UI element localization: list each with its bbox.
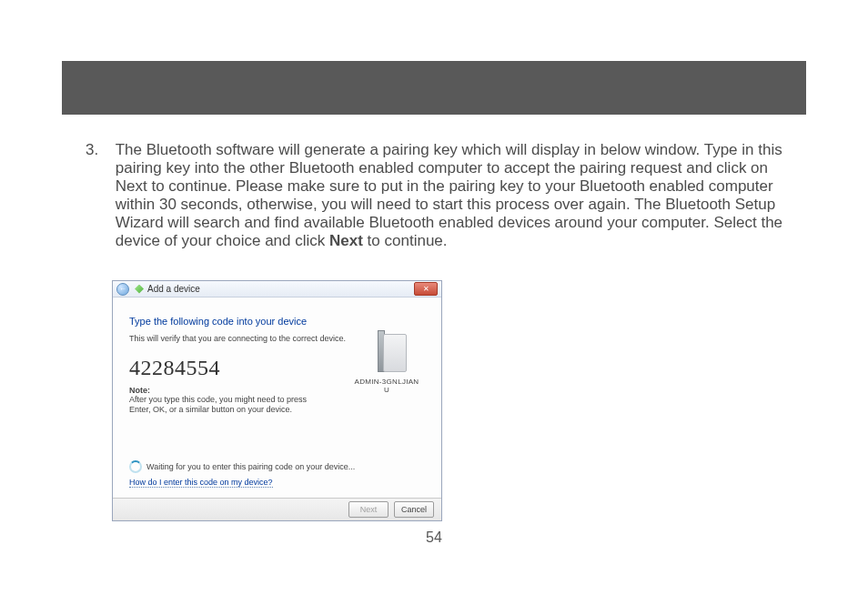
- device-name: ADMIN-3GNLJIANU: [354, 378, 419, 394]
- dialog-title: Add a device: [147, 284, 200, 294]
- close-button[interactable]: ✕: [414, 282, 438, 296]
- cancel-button[interactable]: Cancel: [394, 501, 434, 518]
- step-text-after: to continue.: [363, 232, 448, 249]
- add-device-dialog: ← Add a device ✕ Type the following code…: [112, 280, 442, 521]
- help-link[interactable]: How do I enter this code on my device?: [129, 478, 273, 488]
- instruction-heading: Type the following code into your device: [129, 316, 425, 327]
- dialog-titlebar: ← Add a device ✕: [113, 281, 441, 297]
- step-bold-next: Next: [329, 232, 363, 249]
- dialog-button-bar: Next Cancel: [113, 498, 441, 520]
- device-block[interactable]: ADMIN-3GNLJIANU: [354, 327, 419, 394]
- status-text: Waiting for you to enter this pairing co…: [146, 462, 355, 471]
- spinner-icon: [129, 460, 142, 473]
- step-paragraph: The Bluetooth software will generate a p…: [116, 141, 784, 250]
- wizard-icon: [135, 285, 144, 294]
- status-row: Waiting for you to enter this pairing co…: [129, 460, 355, 473]
- page-number: 54: [0, 529, 868, 546]
- next-button: Next: [348, 501, 389, 518]
- back-button[interactable]: ←: [116, 283, 129, 296]
- step-text-before: The Bluetooth software will generate a p…: [116, 141, 782, 249]
- dialog-body: Type the following code into your device…: [129, 316, 425, 495]
- note-text: After you type this code, you might need…: [129, 395, 320, 415]
- header-bar: [62, 61, 806, 115]
- instruction-step: 3. The Bluetooth software will generate …: [86, 141, 786, 250]
- computer-icon: [365, 327, 409, 374]
- step-number: 3.: [86, 141, 111, 159]
